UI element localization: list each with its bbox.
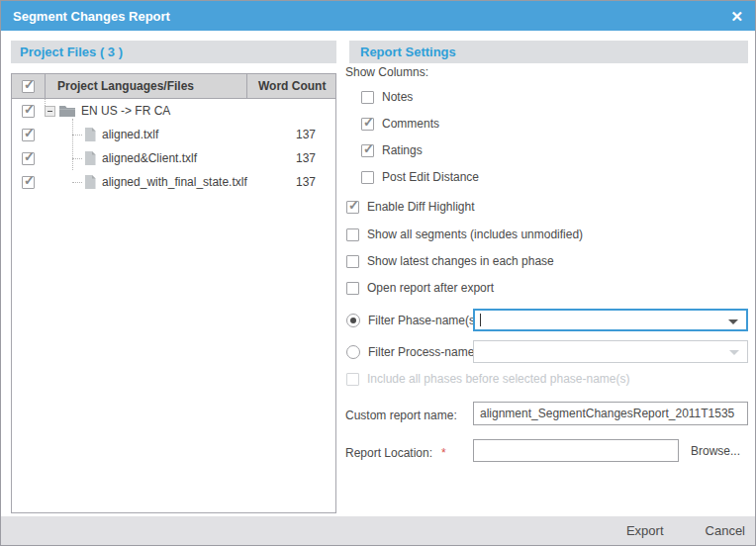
report-settings-header-band: Report Settings [349,41,748,63]
show-all-segments-checkbox[interactable] [346,228,359,241]
enable-diff-highlight-label[interactable]: Enable Diff Highlight [367,200,475,214]
enable-diff-highlight-checkbox[interactable] [346,201,359,214]
row-checkbox[interactable] [22,105,35,118]
comments-option-row: Comments [361,116,439,132]
show-latest-changes-row: Show latest changes in each phase [346,253,554,269]
filter-process-radio[interactable] [346,345,360,359]
word-count-cell: 137 [286,151,335,165]
folder-icon [59,105,75,117]
show-latest-changes-label[interactable]: Show latest changes in each phase [367,254,554,268]
word-count-cell: 137 [286,128,335,141]
custom-report-name-label: Custom report name: [345,409,457,422]
row-checkbox[interactable] [22,152,35,165]
custom-report-name-input[interactable] [473,402,748,425]
ratings-option-row: Ratings [361,142,423,158]
include-all-phases-row: Include all phases before selected phase… [346,371,630,387]
filter-phase-combobox[interactable] [473,309,748,331]
custom-report-name-row: Custom report name: [345,408,457,423]
comments-label[interactable]: Comments [382,117,439,131]
select-all-cell [12,74,46,98]
filter-phase-radio[interactable] [346,314,360,327]
file-name-label: aligned_with_final_state.txlf [102,175,247,189]
dialog-title: Segment Changes Report [13,9,170,24]
dialog-footer: Export Cancel [1,516,755,545]
ratings-checkbox[interactable] [361,144,374,157]
word-count-cell: 137 [286,175,335,189]
chevron-down-icon[interactable] [728,319,738,324]
select-all-checkbox[interactable] [22,80,35,93]
post-edit-distance-checkbox[interactable] [361,171,374,184]
filter-phase-label[interactable]: Filter Phase-name(s): [368,314,482,327]
file-icon [84,175,96,189]
collapse-icon[interactable] [45,106,55,117]
ratings-label[interactable]: Ratings [382,143,423,157]
show-all-segments-label[interactable]: Show all segments (includes unmodified) [367,228,583,241]
column-header-files: Project Languages/Files [46,74,247,98]
browse-button[interactable]: Browse... [691,444,740,458]
project-files-header-band: Project Files ( 3 ) [11,41,336,63]
notes-option-row: Notes [361,89,413,105]
file-icon [84,151,96,165]
show-latest-changes-checkbox[interactable] [346,255,359,268]
close-icon[interactable]: ✕ [730,9,743,24]
report-location-label: Report Location: [345,446,432,460]
project-files-table: Project Languages/Files Word Count EN US… [11,73,336,513]
file-name-label: aligned&Client.txlf [102,151,197,165]
column-header-word-count: Word Count [247,79,335,93]
filter-process-row: Filter Process-name(s): [346,344,492,360]
filter-process-combobox [473,340,748,363]
tree-row-file[interactable]: aligned_with_final_state.txlf 137 [12,170,335,194]
row-checkbox[interactable] [22,129,35,141]
required-asterisk: * [441,446,446,460]
comments-checkbox[interactable] [361,118,374,131]
chevron-down-icon [729,350,739,355]
report-location-input[interactable] [473,439,679,462]
include-all-phases-checkbox [346,373,359,386]
tree-row-file[interactable]: aligned.txlf 137 [12,123,335,146]
export-button[interactable]: Export [626,523,664,538]
tree-row-language-pair[interactable]: EN US -> FR CA [12,99,335,123]
open-report-checkbox[interactable] [346,282,359,295]
include-all-phases-label: Include all phases before selected phase… [367,372,630,386]
file-name-label: aligned.txlf [102,128,158,141]
file-icon [84,128,96,141]
enable-diff-highlight-row: Enable Diff Highlight [346,199,475,215]
notes-label[interactable]: Notes [382,90,413,104]
post-edit-distance-label[interactable]: Post Edit Distance [382,170,479,184]
row-checkbox[interactable] [22,176,35,189]
report-settings-title: Report Settings [360,45,456,59]
table-header-row: Project Languages/Files Word Count [12,74,335,99]
text-cursor [480,314,481,326]
tree-row-file[interactable]: aligned&Client.txlf 137 [12,146,335,170]
cancel-button[interactable]: Cancel [706,523,745,538]
project-files-title: Project Files ( 3 ) [20,45,123,59]
notes-checkbox[interactable] [361,91,374,104]
filter-phase-row: Filter Phase-name(s): [346,313,482,328]
open-report-after-export-row: Open report after export [346,280,494,296]
show-columns-label-row: Show Columns: [345,64,428,80]
language-pair-label: EN US -> FR CA [81,104,170,118]
dialog-titlebar: Segment Changes Report ✕ [1,1,755,31]
post-edit-distance-option-row: Post Edit Distance [361,169,479,185]
project-files-tree: EN US -> FR CA aligned.txlf 137 [12,99,335,194]
show-all-segments-row: Show all segments (includes unmodified) [346,227,583,242]
segment-changes-report-dialog: Segment Changes Report ✕ Project Files (… [0,0,756,546]
open-report-label[interactable]: Open report after export [367,281,494,295]
report-location-row: Report Location:* [345,445,446,461]
show-columns-label: Show Columns: [345,65,428,79]
